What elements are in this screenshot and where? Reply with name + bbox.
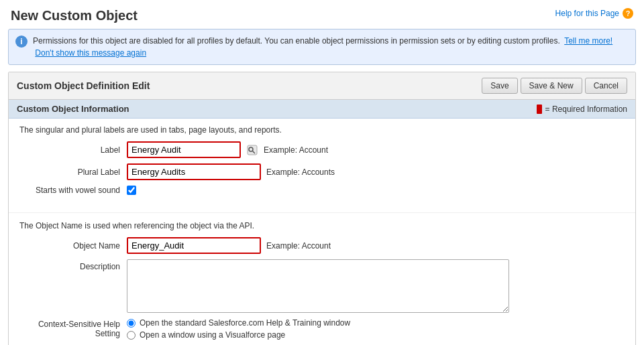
help-option2-label: Open a window using a Visualforce page: [140, 330, 285, 340]
plural-label-field-label: Plural Label: [19, 167, 127, 177]
co-info-header: Custom Object Information = Required Inf…: [9, 100, 635, 119]
object-name-control-wrapper: Example: Account: [127, 237, 331, 254]
api-note: The Object Name is used when referencing…: [19, 221, 625, 230]
page-header: New Custom Object Help for this Page ?: [0, 0, 644, 29]
object-name-label: Object Name: [19, 241, 127, 251]
tell-me-more-link[interactable]: Tell me more!: [564, 36, 612, 46]
object-name-input[interactable]: [127, 237, 261, 254]
main-content: Custom Object Definition Edit Save Save …: [8, 72, 636, 345]
vowel-control-wrapper: [127, 186, 136, 195]
save-button[interactable]: Save: [482, 78, 517, 94]
co-info-section: Custom Object Information = Required Inf…: [9, 100, 635, 345]
help-setting-radio-group: Open the standard Salesforce.com Help & …: [127, 318, 350, 340]
description-control-wrapper: [127, 259, 509, 313]
help-option2-row: Open a window using a Visualforce page: [127, 330, 350, 340]
plural-label-control-wrapper: Example: Accounts: [127, 163, 335, 180]
info-banner: i Permissions for this object are disabl…: [8, 29, 636, 65]
label-input[interactable]: [127, 141, 241, 158]
plural-label-example: Example: Accounts: [266, 167, 335, 177]
co-info-header-title: Custom Object Information: [17, 104, 129, 114]
page-wrapper: New Custom Object Help for this Page ? i…: [0, 0, 644, 345]
info-icon: i: [15, 36, 28, 48]
help-setting-control-wrapper: Open the standard Salesforce.com Help & …: [127, 318, 350, 340]
help-setting-row: Context-Sensitive Help Setting Open the …: [19, 318, 625, 340]
required-info: = Required Information: [537, 105, 627, 114]
lookup-icon[interactable]: [246, 144, 258, 156]
dont-show-link[interactable]: Don't show this message again: [35, 48, 146, 58]
help-link[interactable]: Help for this Page ?: [555, 8, 633, 19]
object-name-row: Object Name Example: Account: [19, 237, 625, 254]
plural-label-input[interactable]: [127, 163, 261, 180]
help-icon: ?: [623, 8, 633, 19]
vowel-label: Starts with vowel sound: [19, 186, 127, 195]
section-header-title: Custom Object Definition Edit: [17, 80, 150, 91]
help-option1-radio[interactable]: [127, 319, 136, 328]
form-section-api: The Object Name is used when referencing…: [9, 218, 635, 345]
required-indicator: [537, 105, 542, 114]
label-control-wrapper: Example: Account: [127, 141, 328, 158]
help-setting-label: Context-Sensitive Help Setting: [19, 320, 127, 338]
banner-text: Permissions for this object are disabled…: [33, 35, 629, 59]
banner-message: Permissions for this object are disabled…: [33, 36, 560, 46]
help-link-text: Help for this Page: [555, 9, 619, 18]
plural-label-row: Plural Label Example: Accounts: [19, 163, 625, 180]
vowel-checkbox[interactable]: [127, 186, 136, 195]
section-divider: [9, 212, 635, 213]
save-new-button[interactable]: Save & New: [521, 78, 582, 94]
required-label: = Required Information: [545, 105, 627, 114]
object-name-example: Example: Account: [266, 241, 331, 251]
label-row: Label Example: Account: [19, 141, 625, 158]
labels-note: The singular and plural labels are used …: [19, 125, 625, 135]
help-option1-row: Open the standard Salesforce.com Help & …: [127, 318, 350, 328]
description-textarea[interactable]: [127, 259, 509, 313]
section-header-bar: Custom Object Definition Edit Save Save …: [9, 72, 635, 100]
form-section-labels: The singular and plural labels are used …: [9, 119, 635, 207]
cancel-button[interactable]: Cancel: [585, 78, 627, 94]
help-option2-radio[interactable]: [127, 331, 136, 340]
description-row: Description: [19, 259, 625, 313]
label-example: Example: Account: [264, 145, 328, 155]
button-group: Save Save & New Cancel: [482, 78, 627, 94]
vowel-row: Starts with vowel sound: [19, 186, 625, 195]
page-title: New Custom Object: [11, 8, 138, 23]
help-option1-label: Open the standard Salesforce.com Help & …: [140, 318, 350, 328]
description-label: Description: [19, 259, 127, 271]
label-field-label: Label: [19, 145, 127, 155]
